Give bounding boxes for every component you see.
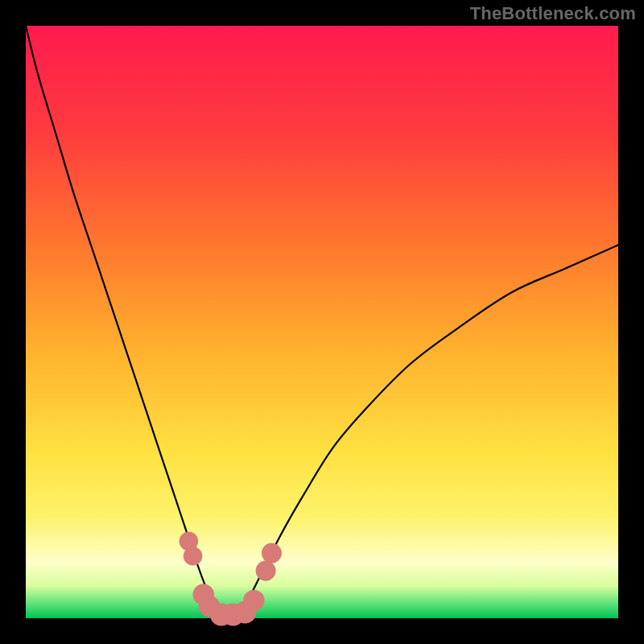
marker-dot — [262, 543, 282, 564]
marker-dot — [184, 547, 203, 566]
bottleneck-plot — [0, 0, 644, 644]
plot-background — [26, 26, 618, 618]
marker-dot — [243, 590, 265, 612]
chart-frame: TheBottleneck.com — [0, 0, 644, 644]
marker-dot — [256, 561, 276, 581]
watermark-text: TheBottleneck.com — [470, 3, 636, 24]
